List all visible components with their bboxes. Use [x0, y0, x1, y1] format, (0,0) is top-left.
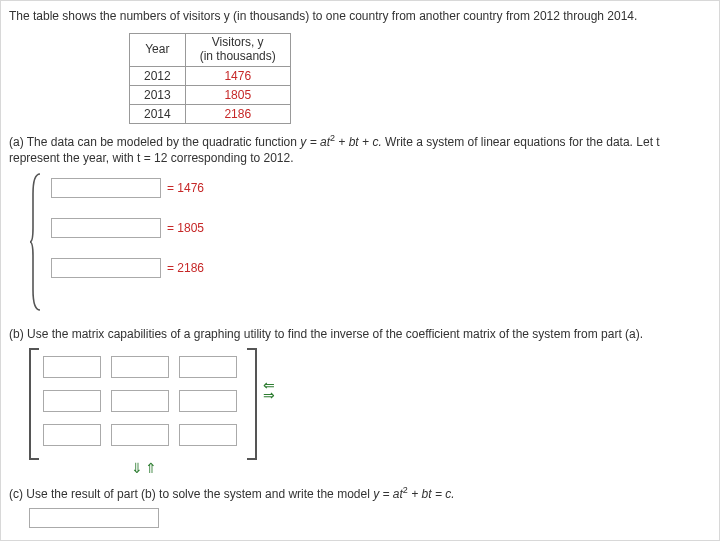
col-year-header: Year: [130, 34, 186, 67]
matrix-cell-12[interactable]: [111, 356, 169, 378]
equation-rhs: = 2186: [167, 261, 204, 275]
value-cell: 1476: [185, 66, 290, 85]
year-cell: 2012: [130, 66, 186, 85]
pc-eq-pre: y = at: [373, 487, 403, 501]
equation-row: = 1805: [51, 218, 204, 238]
equation-input-1[interactable]: [51, 178, 161, 198]
matrix-cell-13[interactable]: [179, 356, 237, 378]
add-column-icon[interactable]: ⇒: [263, 390, 275, 400]
equation-input-2[interactable]: [51, 218, 161, 238]
part-b-text: (b) Use the matrix capabilities of a gra…: [9, 326, 707, 342]
year-cell: 2013: [130, 85, 186, 104]
remove-row-icon[interactable]: ⇑: [145, 460, 159, 476]
equation-rhs: = 1805: [167, 221, 204, 235]
pa-eq-post: + bt + c.: [335, 135, 385, 149]
right-bracket-icon: [247, 348, 257, 460]
part-c-text: (c) Use the result of part (b) to solve …: [9, 484, 707, 502]
matrix-cell-22[interactable]: [111, 390, 169, 412]
equation-row: = 2186: [51, 258, 204, 278]
col-visitors-header: Visitors, y (in thousands): [185, 34, 290, 67]
vis-head-l1: Visitors, y: [212, 35, 264, 49]
equation-rhs: = 1476: [167, 181, 204, 195]
matrix-grid: [43, 356, 239, 450]
table-row: 2012 1476: [130, 66, 291, 85]
column-arrows[interactable]: ⇐ ⇒: [263, 380, 275, 400]
left-bracket-icon: [29, 348, 39, 460]
matrix-cell-23[interactable]: [179, 390, 237, 412]
value-cell: 2186: [185, 104, 290, 123]
matrix-cell-21[interactable]: [43, 390, 101, 412]
value-cell: 1805: [185, 85, 290, 104]
pa-eq-pre: y = at: [300, 135, 330, 149]
model-answer-input[interactable]: [29, 508, 159, 528]
matrix-cell-31[interactable]: [43, 424, 101, 446]
intro-text: The table shows the numbers of visitors …: [9, 9, 707, 23]
problem-frame: The table shows the numbers of visitors …: [0, 0, 720, 541]
equation-input-3[interactable]: [51, 258, 161, 278]
pc-lead: (c) Use the result of part (b) to solve …: [9, 487, 373, 501]
matrix-cell-32[interactable]: [111, 424, 169, 446]
equation-row: = 1476: [51, 178, 204, 198]
left-brace-icon: [29, 172, 43, 312]
part-a-text: (a) The data can be modeled by the quadr…: [9, 132, 707, 166]
add-row-icon[interactable]: ⇓: [131, 460, 145, 476]
pc-eq-post: + bt = c.: [408, 487, 455, 501]
matrix-cell-33[interactable]: [179, 424, 237, 446]
data-table: Year Visitors, y (in thousands) 2012 147…: [129, 33, 291, 124]
year-cell: 2014: [130, 104, 186, 123]
vis-head-l2: (in thousands): [200, 49, 276, 63]
table-row: 2013 1805: [130, 85, 291, 104]
system-equations: = 1476 = 1805 = 2186: [29, 172, 707, 312]
table-row: 2014 2186: [130, 104, 291, 123]
row-arrows[interactable]: ⇓⇑: [131, 460, 159, 476]
matrix-cell-11[interactable]: [43, 356, 101, 378]
pa-lead: (a) The data can be modeled by the quadr…: [9, 135, 300, 149]
matrix-block: ⇐ ⇒ ⇓⇑: [29, 348, 707, 456]
